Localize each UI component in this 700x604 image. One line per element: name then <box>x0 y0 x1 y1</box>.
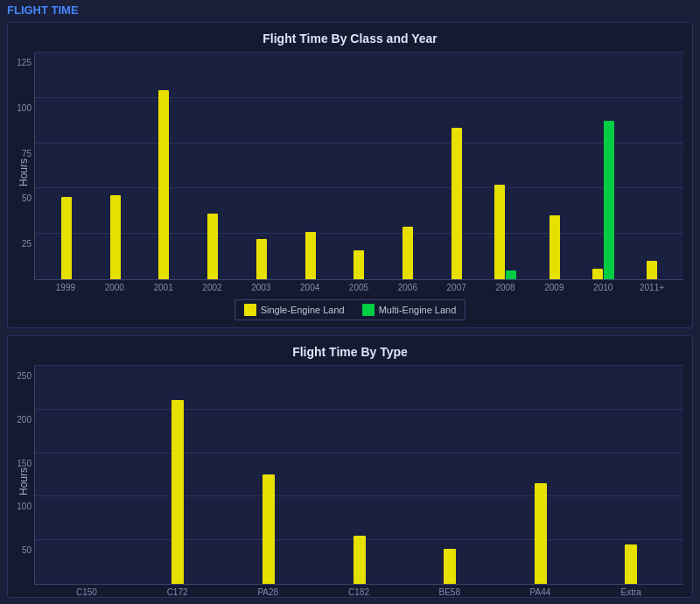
bar-group <box>223 474 314 584</box>
bar-group <box>578 121 627 279</box>
y-tick-label: 150 <box>17 458 32 467</box>
chart2-title: Flight Time By Type <box>17 345 683 359</box>
x-tick-label: PA44 <box>495 585 586 597</box>
chart2-grid: 50100150200250 <box>34 366 683 585</box>
bar-pair <box>383 227 432 279</box>
bar-pair <box>578 121 627 279</box>
bar-group <box>432 128 481 279</box>
chart2-plot: 50100150200250 C150C172PA28C182BE58PA44E… <box>34 366 683 597</box>
bar-group <box>585 544 676 584</box>
x-tick-label: 2004 <box>285 280 334 292</box>
chart1-x-axis: 1999200020012002200320042005200620072008… <box>34 280 683 292</box>
y-tick-label: 250 <box>17 371 32 381</box>
bar-single-engine <box>305 232 316 279</box>
bar-group <box>286 232 335 279</box>
bar-type <box>535 483 547 584</box>
bar-group <box>42 197 91 279</box>
bar-single-engine <box>110 195 121 279</box>
chart2-x-axis: C150C172PA28C182BE58PA44Extra <box>34 585 683 597</box>
bar-single-engine <box>256 239 267 279</box>
chart1-y-label: Hours <box>17 53 31 292</box>
x-tick-label: 2010 <box>578 280 627 292</box>
bar-group <box>133 400 224 584</box>
page-title: FLIGHT TIME <box>0 0 700 18</box>
bar-pair <box>140 90 189 279</box>
legend-swatch-multi <box>362 304 374 316</box>
legend-item-single: Single-Engine Land <box>244 304 345 316</box>
bar-single-engine <box>494 185 505 279</box>
chart1-title: Flight Time By Class and Year <box>17 32 683 46</box>
x-tick-label: 2006 <box>383 280 432 292</box>
bar-group <box>140 90 189 279</box>
x-tick-label: C150 <box>41 585 132 597</box>
bar-type <box>625 544 637 584</box>
x-tick-label: C182 <box>313 585 404 597</box>
x-tick-label: C172 <box>132 585 223 597</box>
bars-row <box>35 366 683 584</box>
bar-single-engine <box>354 250 364 279</box>
bar-group <box>91 195 140 279</box>
y-tick-label: 200 <box>17 414 32 424</box>
bar-pair <box>481 185 530 279</box>
bar-group <box>495 483 586 584</box>
bar-group <box>237 239 286 279</box>
x-tick-label: 2002 <box>188 280 237 292</box>
bar-group <box>627 261 676 279</box>
x-tick-label: Extra <box>585 585 676 597</box>
bar-type <box>262 474 275 584</box>
bar-group <box>314 536 405 584</box>
y-tick-label: 125 <box>17 58 32 67</box>
y-tick-label: 50 <box>22 545 32 555</box>
bar-group <box>335 250 384 279</box>
x-tick-label: PA28 <box>222 585 313 597</box>
x-tick-label: 2001 <box>139 280 188 292</box>
bar-pair <box>42 197 91 279</box>
x-tick-label: 2011+ <box>627 280 676 292</box>
chart1-legend: Single-Engine Land Multi-Engine Land <box>234 299 466 320</box>
bar-pair <box>188 214 237 279</box>
bar-type <box>354 536 366 584</box>
bar-group <box>404 549 495 584</box>
x-tick-label: 2009 <box>529 280 578 292</box>
bar-pair <box>530 215 579 279</box>
chart2-container: Flight Time By Type Hours 50100150200250… <box>7 335 693 598</box>
bar-pair <box>432 128 481 279</box>
legend-label-single: Single-Engine Land <box>261 305 345 315</box>
y-tick-label: 50 <box>22 193 32 203</box>
x-tick-label: 2005 <box>334 280 383 292</box>
bar-pair <box>627 261 676 279</box>
bar-single-engine <box>158 90 169 279</box>
x-tick-label: 2007 <box>432 280 481 292</box>
bar-group <box>188 214 237 279</box>
x-tick-label: 2008 <box>481 280 530 292</box>
x-tick-label: BE58 <box>404 585 495 597</box>
bar-single-engine <box>550 215 560 279</box>
bar-single-engine <box>592 269 603 279</box>
x-tick-label: 2003 <box>236 280 285 292</box>
chart1-grid: 255075100125 <box>34 53 683 280</box>
bar-type <box>444 549 456 584</box>
bar-single-engine <box>452 128 462 279</box>
bar-group <box>481 185 530 279</box>
bar-type <box>172 400 184 584</box>
y-tick-label: 75 <box>22 148 32 158</box>
bar-multi-engine <box>604 121 614 279</box>
bar-single-engine <box>647 261 657 279</box>
x-tick-label: 1999 <box>41 280 90 292</box>
legend-item-multi: Multi-Engine Land <box>362 304 457 316</box>
chart1-container: Flight Time By Class and Year Hours 2550… <box>7 22 693 328</box>
y-tick-label: 100 <box>17 502 32 511</box>
chart1-plot: 255075100125 199920002001200220032004200… <box>34 53 683 292</box>
bar-single-engine <box>61 197 72 279</box>
bar-pair <box>286 232 335 279</box>
bar-single-engine <box>207 214 218 279</box>
bar-single-engine <box>402 227 413 279</box>
bar-pair <box>237 239 286 279</box>
y-tick-label: 100 <box>17 102 32 112</box>
bar-group <box>383 227 432 279</box>
x-tick-label: 2000 <box>90 280 139 292</box>
legend-swatch-single <box>244 304 256 316</box>
bars-row <box>35 53 683 279</box>
bar-pair <box>335 250 384 279</box>
bar-group <box>530 215 579 279</box>
